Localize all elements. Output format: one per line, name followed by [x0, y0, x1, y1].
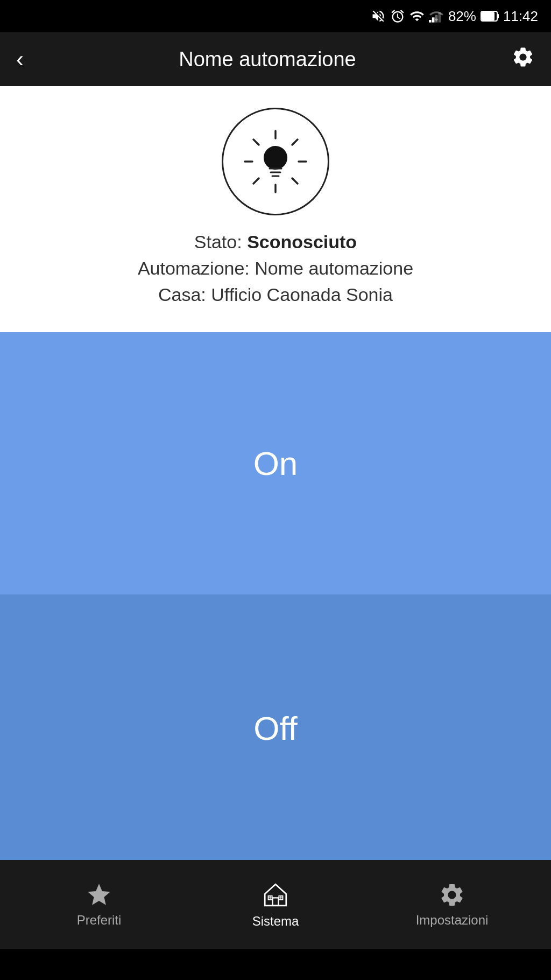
battery-percentage: 82%	[448, 8, 476, 25]
svg-rect-3	[438, 12, 441, 23]
casa-text: Casa: Ufficio Caonada Sonia	[158, 284, 393, 305]
signal-icon	[429, 9, 444, 24]
automazione-text: Automazione: Nome automazione	[138, 258, 413, 279]
off-button[interactable]: Off	[0, 596, 551, 860]
back-button[interactable]: ‹	[16, 48, 24, 71]
svg-line-11	[253, 139, 259, 145]
info-section: Stato: Sconosciuto Automazione: Nome aut…	[0, 86, 551, 332]
header-title: Nome automazione	[24, 48, 511, 71]
svg-rect-2	[435, 15, 438, 23]
svg-rect-19	[273, 898, 279, 905]
device-icon	[222, 108, 329, 215]
svg-rect-6	[482, 12, 495, 20]
wifi-icon	[409, 9, 425, 24]
status-icons: 82% 11:42	[371, 8, 538, 25]
nav-item-sistema[interactable]: Sistema	[187, 880, 364, 929]
gear-nav-icon	[439, 881, 465, 908]
status-bar: 82% 11:42	[0, 0, 551, 32]
time-display: 11:42	[503, 8, 538, 25]
on-button[interactable]: On	[0, 332, 551, 596]
svg-line-13	[292, 139, 298, 145]
nav-label-sistema: Sistema	[252, 914, 299, 929]
svg-point-15	[264, 146, 287, 170]
svg-line-14	[253, 178, 259, 184]
nav-label-preferiti: Preferiti	[77, 913, 122, 928]
svg-line-12	[292, 178, 298, 184]
nav-item-impostazioni[interactable]: Impostazioni	[364, 881, 540, 928]
mute-icon	[371, 9, 386, 24]
battery-icon	[481, 11, 499, 22]
stato-text: Stato: Sconosciuto	[194, 232, 357, 253]
star-icon	[86, 881, 112, 908]
home-icon	[261, 880, 290, 909]
svg-rect-5	[497, 14, 499, 18]
settings-button[interactable]	[511, 45, 535, 74]
bottom-nav: Preferiti Sistema Impostazioni	[0, 860, 551, 949]
nav-item-preferiti[interactable]: Preferiti	[11, 881, 187, 928]
svg-rect-0	[429, 20, 432, 23]
svg-rect-1	[432, 17, 435, 22]
alarm-icon	[390, 9, 405, 24]
header: ‹ Nome automazione	[0, 32, 551, 86]
nav-label-impostazioni: Impostazioni	[416, 913, 489, 928]
